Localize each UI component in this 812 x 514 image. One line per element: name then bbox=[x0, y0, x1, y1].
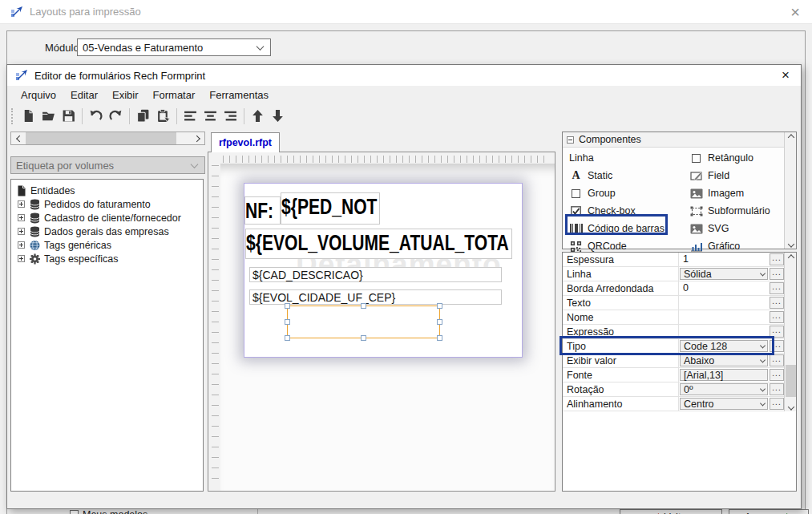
undo-button[interactable] bbox=[86, 106, 106, 126]
rotacao-dropdown[interactable]: 0º bbox=[679, 382, 769, 396]
component-static[interactable]: AStatic bbox=[569, 167, 689, 184]
resize-handle[interactable] bbox=[437, 319, 442, 325]
scrollbar-thumb[interactable] bbox=[26, 132, 176, 144]
resize-handle[interactable] bbox=[361, 303, 366, 309]
tree-item-dados-gerais[interactable]: Dados gerais das empresas bbox=[11, 225, 203, 238]
linha-dropdown[interactable]: Sólida bbox=[679, 267, 769, 281]
resize-handle[interactable] bbox=[437, 335, 442, 341]
resize-handle[interactable] bbox=[437, 303, 442, 309]
menu-arquivo[interactable]: Arquivo bbox=[14, 87, 63, 103]
exibir-valor-dropdown[interactable]: Abaixo bbox=[679, 354, 769, 367]
component-field[interactable]: Field bbox=[689, 167, 784, 184]
exibir-valor-more-button[interactable]: ... bbox=[769, 354, 785, 367]
espessura-more-button[interactable]: ... bbox=[769, 253, 785, 266]
scroll-down-icon[interactable] bbox=[785, 399, 797, 411]
expand-plus-icon[interactable] bbox=[18, 214, 25, 221]
component-svg[interactable]: SVG bbox=[689, 220, 784, 237]
texto-value[interactable] bbox=[679, 296, 769, 310]
fonte-value[interactable]: [Arial,13] bbox=[679, 368, 769, 382]
resize-handle[interactable] bbox=[285, 303, 290, 309]
align-left-button[interactable] bbox=[180, 106, 200, 126]
property-row-fonte: Fonte [Arial,13] ... bbox=[563, 368, 785, 382]
field-ped-not[interactable]: ${PED_NOT bbox=[281, 192, 380, 225]
resize-handle[interactable] bbox=[361, 335, 366, 341]
tab-rfpevol[interactable]: rfpevol.rfpt bbox=[211, 132, 280, 152]
paste-button[interactable] bbox=[153, 106, 173, 126]
align-center-button[interactable] bbox=[200, 106, 220, 126]
expand-plus-icon[interactable] bbox=[18, 228, 25, 235]
texto-more-button[interactable]: ... bbox=[769, 296, 785, 310]
linha-more-button[interactable]: ... bbox=[769, 267, 785, 281]
form-page[interactable]: Detalhamento NF: ${PED_NOT ${EVOL_VOLUME… bbox=[244, 183, 523, 358]
components-header[interactable]: Componentes bbox=[563, 132, 785, 148]
collapse-minus-icon[interactable] bbox=[567, 136, 574, 144]
field-evol-volume[interactable]: ${EVOL_VOLUME_ATUAL_TOTA bbox=[245, 229, 512, 259]
left-horizontal-scrollbar[interactable] bbox=[10, 132, 205, 145]
menu-formatar[interactable]: Formatar bbox=[146, 87, 203, 103]
scrollbar-thumb[interactable] bbox=[786, 365, 796, 397]
save-button[interactable] bbox=[59, 106, 79, 126]
component-codigo-de-barras[interactable]: Código de barras bbox=[569, 220, 689, 237]
move-up-button[interactable] bbox=[248, 106, 268, 126]
menu-editar[interactable]: Editar bbox=[63, 87, 105, 103]
scroll-left-icon[interactable] bbox=[11, 132, 25, 144]
resize-handle[interactable] bbox=[285, 319, 290, 325]
expand-plus-icon[interactable] bbox=[18, 255, 25, 262]
scroll-right-icon[interactable] bbox=[191, 132, 204, 144]
espessura-value[interactable]: 1 bbox=[679, 253, 769, 266]
scroll-down-icon[interactable] bbox=[785, 237, 797, 249]
expressao-more-button[interactable]: ... bbox=[769, 325, 785, 338]
tipo-dropdown[interactable]: Code 128 bbox=[679, 339, 769, 353]
borda-value[interactable]: 0 bbox=[679, 281, 769, 295]
tree-item-entidades[interactable]: Entidades bbox=[11, 184, 203, 197]
avancar-button[interactable]: Avançar bbox=[729, 509, 809, 514]
chevron-down-icon bbox=[257, 42, 265, 51]
template-selector-combobox[interactable]: Etiqueta por volumes bbox=[10, 156, 205, 174]
selected-barcode-element[interactable] bbox=[285, 303, 443, 342]
component-retangulo[interactable]: Retângulo bbox=[689, 149, 784, 167]
alinhamento-more-button[interactable]: ... bbox=[769, 397, 785, 411]
move-down-button[interactable] bbox=[268, 106, 288, 126]
close-icon[interactable] bbox=[788, 5, 802, 19]
resize-handle[interactable] bbox=[285, 335, 290, 341]
borda-more-button[interactable]: ... bbox=[769, 281, 785, 295]
component-subformulario[interactable]: Subformulário bbox=[689, 202, 784, 220]
voltar-button[interactable]: Voltar bbox=[620, 509, 722, 514]
redo-button[interactable] bbox=[106, 106, 126, 126]
tree-item-tags-genericas[interactable]: Tags genéricas bbox=[11, 238, 203, 252]
components-scrollbar[interactable] bbox=[784, 132, 796, 249]
field-cad-descricao[interactable]: ${CAD_DESCRICAO} bbox=[249, 267, 502, 282]
tipo-more-button[interactable]: ... bbox=[769, 339, 785, 353]
menu-ferramentas[interactable]: Ferramentas bbox=[202, 87, 276, 103]
expand-plus-icon[interactable] bbox=[18, 241, 25, 249]
scroll-up-icon[interactable] bbox=[785, 253, 797, 265]
properties-scrollbar[interactable] bbox=[784, 253, 796, 411]
expand-plus-icon[interactable] bbox=[18, 200, 25, 208]
meus-modelos-checkbox[interactable] bbox=[70, 510, 79, 514]
static-text-icon: A bbox=[569, 170, 583, 182]
new-file-button[interactable] bbox=[18, 106, 38, 126]
component-group[interactable]: Group bbox=[569, 184, 689, 202]
align-right-button[interactable] bbox=[220, 106, 240, 126]
static-nf-label[interactable]: NF: bbox=[244, 196, 281, 225]
menu-exibir[interactable]: Exibir bbox=[105, 87, 146, 103]
expressao-value[interactable] bbox=[679, 325, 769, 338]
copy-button[interactable] bbox=[133, 106, 153, 126]
component-checkbox[interactable]: Check-box bbox=[569, 202, 689, 220]
component-linha[interactable]: Linha bbox=[569, 149, 689, 167]
scroll-up-icon[interactable] bbox=[785, 132, 797, 144]
nome-more-button[interactable]: ... bbox=[769, 310, 785, 324]
fonte-more-button[interactable]: ... bbox=[769, 368, 785, 382]
tree-item-tags-especificas[interactable]: Tags específicas bbox=[11, 252, 203, 265]
selection-outline[interactable] bbox=[287, 306, 440, 338]
alinhamento-dropdown[interactable]: Centro bbox=[679, 397, 769, 411]
nome-value[interactable] bbox=[679, 310, 769, 324]
tree-item-pedidos[interactable]: Pedidos do faturamento bbox=[11, 197, 203, 211]
modulo-combobox[interactable]: 05-Vendas e Faturamento bbox=[77, 38, 271, 56]
component-imagem[interactable]: Imagem bbox=[689, 184, 784, 202]
open-button[interactable] bbox=[38, 106, 59, 126]
rotacao-more-button[interactable]: ... bbox=[769, 382, 785, 396]
tree-item-cadastro[interactable]: Cadastro de cliente/fornecedor bbox=[11, 211, 203, 225]
close-icon[interactable] bbox=[778, 68, 793, 83]
toolbar-grip[interactable] bbox=[11, 108, 14, 124]
